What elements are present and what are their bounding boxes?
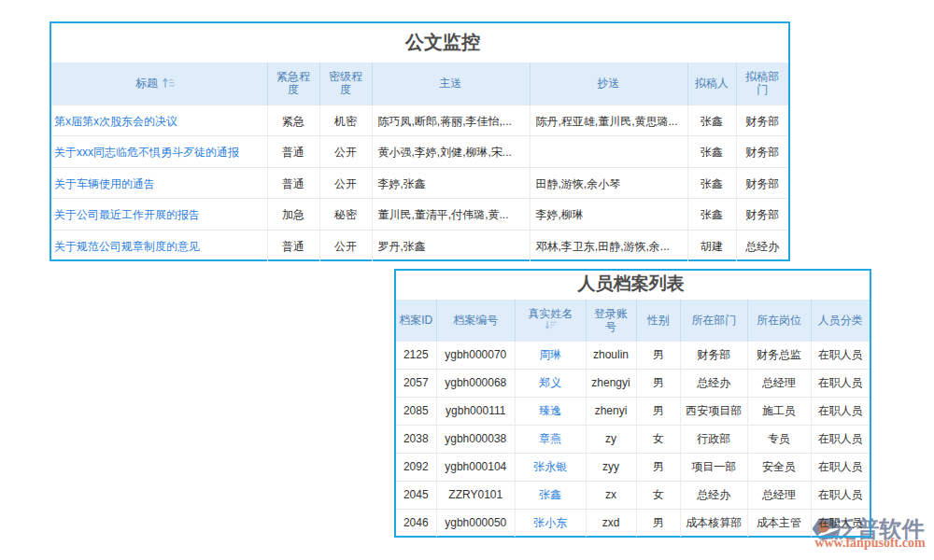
- svg-text:www.fanpusoft.com: www.fanpusoft.com: [814, 536, 926, 550]
